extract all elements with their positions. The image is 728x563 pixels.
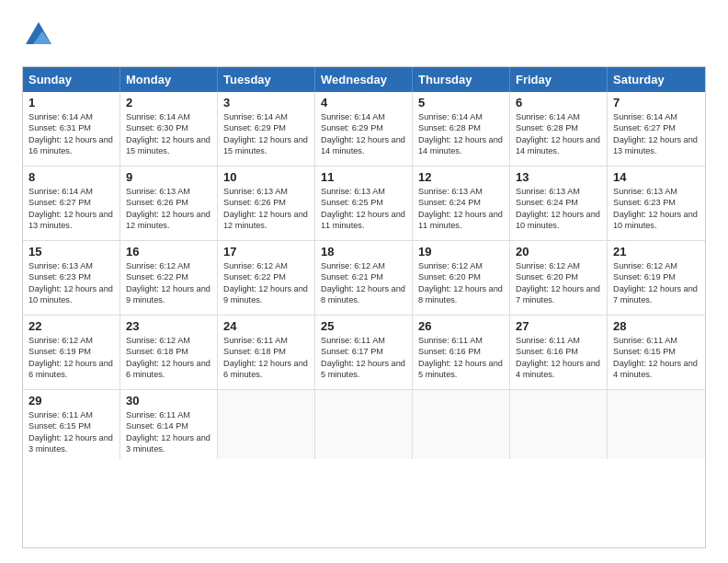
- day-number: 11: [321, 170, 406, 184]
- calendar-cell: 21Sunrise: 6:12 AMSunset: 6:19 PMDayligh…: [608, 241, 705, 315]
- cell-text: Sunrise: 6:13 AMSunset: 6:25 PMDaylight:…: [321, 186, 406, 232]
- cell-text: Sunrise: 6:13 AMSunset: 6:24 PMDaylight:…: [516, 186, 601, 232]
- day-number: 26: [418, 319, 504, 333]
- day-number: 29: [28, 394, 114, 408]
- day-header: Thursday: [413, 67, 510, 92]
- calendar-row: 8Sunrise: 6:14 AMSunset: 6:27 PMDaylight…: [23, 167, 705, 241]
- day-number: 4: [321, 96, 406, 109]
- calendar-row: 15Sunrise: 6:13 AMSunset: 6:23 PMDayligh…: [23, 241, 705, 316]
- calendar-cell: 18Sunrise: 6:12 AMSunset: 6:21 PMDayligh…: [315, 241, 413, 315]
- calendar-cell: 28Sunrise: 6:11 AMSunset: 6:15 PMDayligh…: [608, 316, 705, 389]
- day-number: 2: [126, 96, 211, 109]
- calendar-cell: 30Sunrise: 6:11 AMSunset: 6:14 PMDayligh…: [120, 390, 218, 459]
- day-number: 19: [418, 245, 504, 259]
- calendar-cell: 8Sunrise: 6:14 AMSunset: 6:27 PMDaylight…: [23, 167, 120, 240]
- calendar-cell: 3Sunrise: 6:14 AMSunset: 6:29 PMDaylight…: [218, 92, 315, 166]
- cell-text: Sunrise: 6:11 AMSunset: 6:16 PMDaylight:…: [418, 335, 504, 381]
- cell-text: Sunrise: 6:12 AMSunset: 6:21 PMDaylight:…: [321, 260, 406, 306]
- cell-text: Sunrise: 6:12 AMSunset: 6:20 PMDaylight:…: [418, 260, 504, 306]
- day-number: 28: [613, 319, 700, 333]
- day-number: 8: [28, 170, 114, 184]
- day-number: 5: [418, 96, 504, 109]
- calendar-cell: [315, 390, 413, 459]
- day-header: Sunday: [23, 67, 120, 92]
- day-number: 20: [516, 245, 601, 259]
- calendar-row: 1Sunrise: 6:14 AMSunset: 6:31 PMDaylight…: [23, 92, 705, 167]
- day-number: 18: [321, 245, 406, 259]
- day-number: 14: [613, 170, 700, 184]
- calendar-body: 1Sunrise: 6:14 AMSunset: 6:31 PMDaylight…: [23, 92, 705, 459]
- day-number: 13: [516, 170, 601, 184]
- cell-text: Sunrise: 6:13 AMSunset: 6:23 PMDaylight:…: [613, 186, 700, 232]
- calendar-cell: 19Sunrise: 6:12 AMSunset: 6:20 PMDayligh…: [413, 241, 510, 315]
- day-number: 7: [613, 96, 700, 109]
- cell-text: Sunrise: 6:11 AMSunset: 6:14 PMDaylight:…: [126, 409, 211, 455]
- day-number: 30: [126, 394, 211, 408]
- calendar-cell: 22Sunrise: 6:12 AMSunset: 6:19 PMDayligh…: [23, 316, 120, 389]
- logo: [22, 18, 59, 55]
- cell-text: Sunrise: 6:11 AMSunset: 6:18 PMDaylight:…: [223, 335, 309, 381]
- calendar-cell: 15Sunrise: 6:13 AMSunset: 6:23 PMDayligh…: [23, 241, 120, 315]
- day-number: 24: [223, 319, 309, 333]
- calendar-cell: [413, 390, 510, 459]
- cell-text: Sunrise: 6:14 AMSunset: 6:31 PMDaylight:…: [28, 111, 114, 157]
- day-number: 22: [28, 319, 114, 333]
- day-number: 23: [126, 319, 211, 333]
- day-number: 16: [126, 245, 211, 259]
- calendar-cell: 1Sunrise: 6:14 AMSunset: 6:31 PMDaylight…: [23, 92, 120, 166]
- calendar-cell: 16Sunrise: 6:12 AMSunset: 6:22 PMDayligh…: [120, 241, 218, 315]
- day-header: Monday: [120, 67, 218, 92]
- day-number: 12: [418, 170, 504, 184]
- cell-text: Sunrise: 6:14 AMSunset: 6:27 PMDaylight:…: [28, 186, 114, 232]
- calendar-row: 22Sunrise: 6:12 AMSunset: 6:19 PMDayligh…: [23, 316, 705, 390]
- calendar-cell: 23Sunrise: 6:12 AMSunset: 6:18 PMDayligh…: [120, 316, 218, 389]
- calendar-cell: 14Sunrise: 6:13 AMSunset: 6:23 PMDayligh…: [608, 167, 705, 240]
- calendar-cell: 6Sunrise: 6:14 AMSunset: 6:28 PMDaylight…: [510, 92, 608, 166]
- cell-text: Sunrise: 6:11 AMSunset: 6:15 PMDaylight:…: [28, 409, 114, 455]
- calendar-cell: 11Sunrise: 6:13 AMSunset: 6:25 PMDayligh…: [315, 167, 413, 240]
- day-number: 15: [28, 245, 114, 259]
- cell-text: Sunrise: 6:13 AMSunset: 6:24 PMDaylight:…: [418, 186, 504, 232]
- calendar-cell: 2Sunrise: 6:14 AMSunset: 6:30 PMDaylight…: [120, 92, 218, 166]
- day-header: Friday: [510, 67, 608, 92]
- calendar-cell: 27Sunrise: 6:11 AMSunset: 6:16 PMDayligh…: [510, 316, 608, 389]
- cell-text: Sunrise: 6:12 AMSunset: 6:19 PMDaylight:…: [613, 260, 700, 306]
- calendar-cell: [510, 390, 608, 459]
- calendar-cell: 13Sunrise: 6:13 AMSunset: 6:24 PMDayligh…: [510, 167, 608, 240]
- day-header: Tuesday: [218, 67, 315, 92]
- cell-text: Sunrise: 6:11 AMSunset: 6:17 PMDaylight:…: [321, 335, 406, 381]
- calendar-cell: 17Sunrise: 6:12 AMSunset: 6:22 PMDayligh…: [218, 241, 315, 315]
- day-number: 1: [28, 96, 114, 109]
- calendar: SundayMondayTuesdayWednesdayThursdayFrid…: [22, 66, 706, 548]
- calendar-cell: 26Sunrise: 6:11 AMSunset: 6:16 PMDayligh…: [413, 316, 510, 389]
- calendar-cell: [608, 390, 705, 459]
- calendar-cell: 4Sunrise: 6:14 AMSunset: 6:29 PMDaylight…: [315, 92, 413, 166]
- cell-text: Sunrise: 6:14 AMSunset: 6:29 PMDaylight:…: [321, 111, 406, 157]
- calendar-cell: 12Sunrise: 6:13 AMSunset: 6:24 PMDayligh…: [413, 167, 510, 240]
- cell-text: Sunrise: 6:12 AMSunset: 6:19 PMDaylight:…: [28, 335, 114, 381]
- calendar-cell: 20Sunrise: 6:12 AMSunset: 6:20 PMDayligh…: [510, 241, 608, 315]
- cell-text: Sunrise: 6:11 AMSunset: 6:15 PMDaylight:…: [613, 335, 700, 381]
- calendar-header: SundayMondayTuesdayWednesdayThursdayFrid…: [23, 67, 705, 92]
- calendar-cell: 25Sunrise: 6:11 AMSunset: 6:17 PMDayligh…: [315, 316, 413, 389]
- cell-text: Sunrise: 6:12 AMSunset: 6:22 PMDaylight:…: [126, 260, 211, 306]
- day-number: 6: [516, 96, 601, 109]
- cell-text: Sunrise: 6:13 AMSunset: 6:26 PMDaylight:…: [126, 186, 211, 232]
- day-number: 25: [321, 319, 406, 333]
- calendar-cell: 24Sunrise: 6:11 AMSunset: 6:18 PMDayligh…: [218, 316, 315, 389]
- day-number: 9: [126, 170, 211, 184]
- day-number: 27: [516, 319, 601, 333]
- cell-text: Sunrise: 6:12 AMSunset: 6:22 PMDaylight:…: [223, 260, 309, 306]
- cell-text: Sunrise: 6:14 AMSunset: 6:30 PMDaylight:…: [126, 111, 211, 157]
- cell-text: Sunrise: 6:13 AMSunset: 6:26 PMDaylight:…: [223, 186, 309, 232]
- day-number: 21: [613, 245, 700, 259]
- calendar-cell: 7Sunrise: 6:14 AMSunset: 6:27 PMDaylight…: [608, 92, 705, 166]
- logo-icon: [22, 18, 55, 52]
- calendar-cell: [218, 390, 315, 459]
- calendar-row: 29Sunrise: 6:11 AMSunset: 6:15 PMDayligh…: [23, 390, 705, 459]
- cell-text: Sunrise: 6:13 AMSunset: 6:23 PMDaylight:…: [28, 260, 114, 306]
- cell-text: Sunrise: 6:11 AMSunset: 6:16 PMDaylight:…: [516, 335, 601, 381]
- day-number: 10: [223, 170, 309, 184]
- day-number: 17: [223, 245, 309, 259]
- day-header: Wednesday: [315, 67, 413, 92]
